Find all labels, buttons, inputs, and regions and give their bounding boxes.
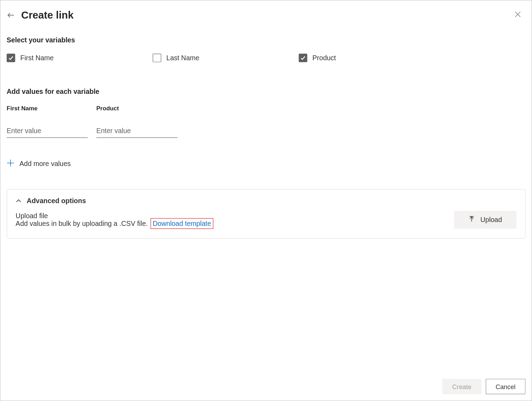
upload-file-label: Upload file bbox=[16, 212, 444, 220]
checkmark-icon bbox=[299, 54, 307, 62]
checkbox-product[interactable]: Product bbox=[299, 54, 444, 62]
product-value-input[interactable] bbox=[96, 125, 177, 138]
download-template-link[interactable]: Download template bbox=[150, 218, 213, 229]
close-icon[interactable] bbox=[512, 9, 523, 19]
cancel-button[interactable]: Cancel bbox=[486, 379, 525, 394]
checkbox-last-name[interactable]: Last Name bbox=[153, 54, 299, 62]
back-icon[interactable] bbox=[7, 11, 15, 19]
checkbox-label: Product bbox=[313, 54, 336, 62]
advanced-options-title: Advanced options bbox=[27, 197, 86, 205]
chevron-up-icon[interactable] bbox=[16, 198, 22, 204]
value-column-header-first-name: First Name bbox=[7, 105, 88, 112]
select-variables-heading: Select your variables bbox=[7, 36, 525, 44]
checkbox-label: Last Name bbox=[166, 54, 199, 62]
checkbox-first-name[interactable]: First Name bbox=[7, 54, 153, 62]
checkbox-box-icon bbox=[153, 54, 161, 62]
value-columns: First Name Product bbox=[7, 105, 525, 138]
add-more-label: Add more values bbox=[20, 160, 71, 168]
add-more-values-button[interactable]: Add more values bbox=[7, 159, 525, 169]
upload-button[interactable]: Upload bbox=[454, 211, 516, 229]
upload-icon bbox=[468, 216, 475, 224]
create-button: Create bbox=[442, 379, 481, 394]
upload-button-label: Upload bbox=[480, 216, 502, 224]
variables-row: First Name Last Name Product bbox=[7, 54, 525, 62]
add-values-heading: Add values for each variable bbox=[7, 88, 525, 96]
checkmark-icon bbox=[7, 54, 15, 62]
advanced-options-panel: Advanced options Upload file Add values … bbox=[7, 189, 525, 239]
value-column-header-product: Product bbox=[96, 105, 177, 112]
page-title: Create link bbox=[21, 9, 74, 21]
plus-icon bbox=[7, 159, 14, 169]
checkbox-label: First Name bbox=[20, 54, 54, 62]
bulk-upload-description: Add values in bulk by uploading a .CSV f… bbox=[16, 220, 148, 227]
first-name-value-input[interactable] bbox=[7, 125, 88, 138]
